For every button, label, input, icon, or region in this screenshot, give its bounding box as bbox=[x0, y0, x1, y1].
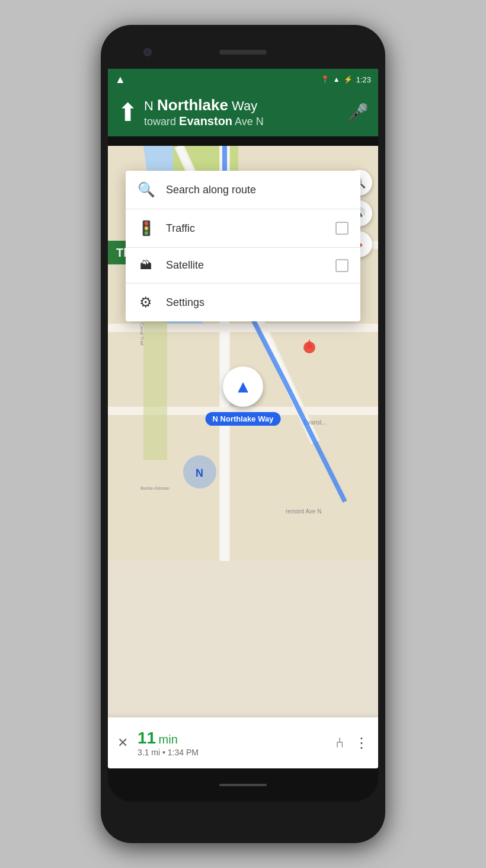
turn-arrow-icon: ⬆ bbox=[117, 98, 138, 127]
svg-text:N: N bbox=[196, 467, 203, 479]
menu-item-traffic[interactable]: 🚦 Traffic bbox=[126, 209, 360, 248]
status-right: 📍 ▲ ⚡ 1:23 bbox=[321, 75, 371, 84]
location-icon: 📍 bbox=[321, 75, 330, 84]
nav-toward-line: toward Evanston Ave N bbox=[144, 114, 348, 128]
status-left: ▲ bbox=[115, 74, 126, 86]
nav-direction: N Northlake Way toward Evanston Ave N bbox=[144, 96, 348, 128]
street-prefix: N bbox=[144, 98, 154, 113]
settings-icon: ⚙ bbox=[138, 294, 154, 311]
traffic-checkbox[interactable] bbox=[335, 222, 348, 235]
trip-time-line: 11 min bbox=[138, 729, 335, 748]
compass-button[interactable]: ▲ bbox=[223, 366, 263, 407]
phone-screen: ▲ 📍 ▲ ⚡ 1:23 ⬆ N Northlake Way toward Ev bbox=[108, 69, 378, 768]
battery-icon: ⚡ bbox=[344, 75, 353, 84]
phone-frame: ▲ 📍 ▲ ⚡ 1:23 ⬆ N Northlake Way toward Ev bbox=[101, 25, 385, 843]
nav-header: ⬆ N Northlake Way toward Evanston Ave N … bbox=[108, 90, 378, 136]
satellite-icon: 🏔 bbox=[138, 259, 154, 272]
phone-bottom bbox=[108, 768, 378, 802]
phone-top bbox=[108, 36, 378, 69]
nav-street-line: N Northlake Way bbox=[144, 96, 348, 114]
menu-item-satellite[interactable]: 🏔 Satellite bbox=[126, 248, 360, 283]
eta-minutes: 11 bbox=[138, 729, 156, 747]
traffic-icon: 🚦 bbox=[138, 220, 154, 237]
wifi-icon: ▲ bbox=[333, 75, 340, 84]
street-label: N Northlake Way bbox=[206, 412, 281, 426]
search-menu-icon: 🔍 bbox=[138, 181, 154, 198]
bottom-actions: ⑃ ⋮ bbox=[335, 735, 369, 751]
routes-button[interactable]: ⑃ bbox=[335, 735, 344, 751]
gps-nav-icon: ▲ bbox=[115, 74, 126, 86]
street-name: Northlake bbox=[157, 96, 228, 114]
status-bar: ▲ 📍 ▲ ⚡ 1:23 bbox=[108, 69, 378, 90]
compass-arrow-icon: ▲ bbox=[234, 376, 252, 397]
toward-name: Evanston bbox=[179, 114, 232, 127]
menu-item-settings[interactable]: ⚙ Settings bbox=[126, 283, 360, 321]
speaker bbox=[219, 50, 267, 55]
toward-label: toward bbox=[144, 116, 176, 127]
settings-label: Settings bbox=[166, 296, 348, 309]
status-time: 1:23 bbox=[356, 75, 371, 84]
svg-text:Burke-Gilman: Burke-Gilman bbox=[140, 486, 170, 491]
popup-menu: 🔍 Search along route 🚦 Traffic 🏔 Satelli… bbox=[126, 171, 360, 321]
min-label: min bbox=[159, 733, 178, 746]
phone-bottom-line bbox=[219, 784, 267, 786]
camera bbox=[143, 48, 152, 56]
more-button[interactable]: ⋮ bbox=[354, 735, 369, 751]
trip-details: 3.1 mi • 1:34 PM bbox=[138, 748, 335, 757]
mic-button[interactable]: 🎤 bbox=[348, 103, 369, 122]
menu-item-search[interactable]: 🔍 Search along route bbox=[126, 171, 360, 209]
search-menu-label: Search along route bbox=[166, 184, 348, 196]
bottom-nav-bar: ✕ 11 min 3.1 mi • 1:34 PM ⑃ ⋮ bbox=[108, 717, 378, 768]
svg-text:remont Ave N: remont Ave N bbox=[286, 508, 321, 515]
satellite-checkbox[interactable] bbox=[335, 259, 348, 272]
trip-info: 11 min 3.1 mi • 1:34 PM bbox=[138, 729, 335, 757]
toward-suffix: Ave N bbox=[235, 116, 264, 127]
close-nav-button[interactable]: ✕ bbox=[117, 735, 128, 751]
street-suffix: Way bbox=[232, 98, 257, 113]
traffic-label: Traffic bbox=[166, 222, 324, 235]
satellite-label: Satellite bbox=[166, 259, 324, 272]
